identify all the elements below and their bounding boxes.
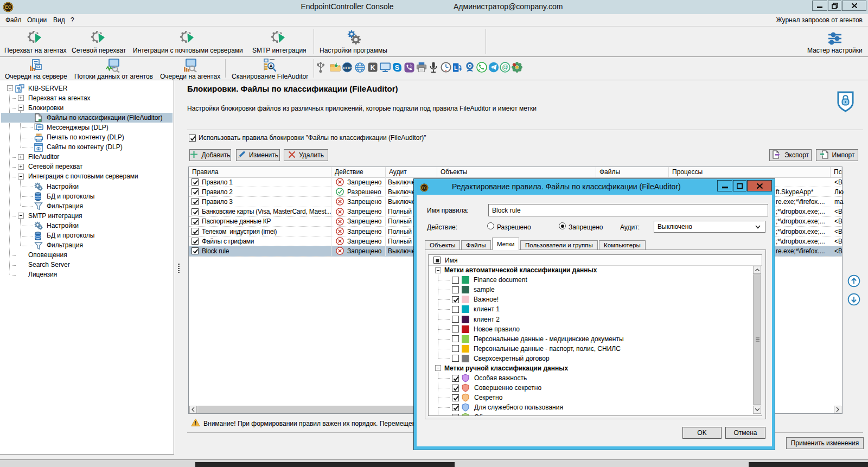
label-checkbox[interactable] [452, 394, 459, 401]
edit-button[interactable]: Изменить [236, 149, 280, 161]
toolbar2-button-1[interactable]: Очереди на сервере [5, 57, 67, 80]
vscroll-up-button[interactable] [753, 266, 761, 274]
label-item[interactable]: Новое правило [429, 324, 754, 334]
use-rules-checkbox[interactable]: Использовать правила блокировки "Файлы п… [189, 134, 426, 142]
label-checkbox[interactable] [452, 335, 459, 342]
collapse-expander[interactable] [435, 267, 441, 273]
rule-name-input[interactable]: Block rule [488, 204, 768, 216]
tree-item-фильтрация[interactable]: Фильтрация [0, 241, 174, 251]
delete-button[interactable]: Удалить [284, 149, 328, 161]
radio-allowed[interactable] [487, 222, 494, 229]
maximize-button[interactable] [828, 1, 841, 11]
tree-item-fileauditor[interactable]: FileAuditor [0, 152, 174, 162]
label-item[interactable]: Finance document [429, 275, 754, 285]
channel-skype-icon[interactable]: S [392, 60, 403, 74]
toolbar2-button-3[interactable]: Очереди на агентах [160, 57, 220, 80]
channel-webcam-icon[interactable] [464, 60, 475, 74]
channel-telegram-icon[interactable] [488, 60, 499, 74]
column-header-7[interactable]: Пользователи [831, 167, 842, 177]
toolbar2-button-2[interactable]: Потоки данных от агентов [74, 57, 153, 80]
label-item[interactable]: Сверхсекретный договор [429, 354, 754, 363]
move-up-button[interactable] [847, 274, 860, 289]
label-checkbox[interactable] [452, 306, 459, 313]
tree-item-оповещения[interactable]: Оповещения [0, 251, 174, 260]
channel-mail-at-icon[interactable]: @ [500, 60, 510, 74]
label-checkbox[interactable] [452, 414, 459, 416]
label-checkbox[interactable] [452, 316, 459, 323]
import-button[interactable]: Импорт [816, 149, 858, 161]
collapse-expander[interactable] [18, 105, 24, 111]
collapse-expander[interactable] [7, 85, 13, 91]
column-header-4[interactable]: Объекты [437, 167, 596, 177]
toolbar-button-wizard[interactable]: Мастер настройки [807, 27, 863, 56]
label-checkbox[interactable] [452, 286, 459, 293]
rule-enabled-checkbox[interactable] [192, 218, 199, 225]
label-checkbox[interactable] [452, 375, 459, 382]
menu-2[interactable]: Опции [27, 16, 47, 24]
label-checkbox[interactable] [452, 385, 459, 392]
column-header-6[interactable]: Процессы [669, 167, 831, 177]
hscroll-left-button[interactable] [189, 406, 197, 413]
toolbar-button-1[interactable]: Перехват на агентах [4, 27, 67, 56]
select-all-checkbox[interactable] [433, 257, 441, 264]
tree-item-мессенджеры-dlp-[interactable]: Мессенджеры (DLP) [0, 123, 174, 132]
column-header-5[interactable]: Файлы [596, 167, 669, 177]
vscroll-down-button[interactable] [753, 406, 761, 414]
labels-scrollbar[interactable] [753, 266, 761, 414]
tree-item-фильтрация[interactable]: Фильтрация [0, 201, 174, 211]
label-item[interactable]: Совершенно секретно [429, 383, 754, 393]
channel-folder-in-icon[interactable] [330, 60, 341, 74]
tree-item-печать-по-контенту-dlp-[interactable]: Печать по контенту (DLP) [0, 133, 174, 143]
channel-flower-icon[interactable] [512, 60, 522, 74]
menu-1[interactable]: Файл [5, 16, 22, 24]
toolbar-button-3[interactable]: Интеграция с почтовыми серверами [133, 27, 243, 56]
label-item[interactable]: Для служебного пользования [429, 402, 754, 412]
channel-mic-icon[interactable] [428, 60, 439, 74]
rule-enabled-checkbox[interactable] [192, 247, 199, 254]
tab-1[interactable]: Объекты [425, 240, 460, 250]
expand-expander[interactable] [18, 154, 24, 160]
tree-item-kib-server[interactable]: KIB-SERVER [0, 84, 174, 93]
toolbar-button-5[interactable]: Настройки программы [320, 27, 387, 56]
splitter-handle[interactable] [178, 264, 180, 273]
tree-item-бд-и-протоколы[interactable]: БД и протоколы [0, 191, 174, 201]
expand-expander[interactable] [18, 164, 24, 170]
label-item[interactable]: Важное! [429, 295, 754, 304]
rule-enabled-checkbox[interactable] [192, 208, 199, 215]
apply-changes-button[interactable]: Применить изменения [786, 437, 864, 449]
tree-item-файлы-по-классификации-fileauditor-[interactable]: Файлы по классификации (FileAuditor) [0, 113, 174, 123]
channel-viber-icon[interactable] [404, 60, 414, 74]
channel-usb-icon[interactable] [315, 60, 326, 74]
label-checkbox[interactable] [452, 277, 459, 284]
toolbar-button-4[interactable]: SMTP интеграция [252, 27, 307, 56]
menu-3[interactable]: Вид [53, 16, 65, 24]
tab-4[interactable]: Пользователи и группы [520, 240, 598, 250]
collapse-expander[interactable] [18, 213, 24, 219]
label-group[interactable]: Метки автоматической классификации данны… [429, 265, 754, 275]
tree-item-search-server[interactable]: Search Server [0, 260, 174, 270]
cancel-button[interactable]: Отмена [725, 427, 765, 439]
ok-button[interactable]: OK [682, 427, 722, 439]
expand-expander[interactable] [18, 95, 24, 101]
dialog-close-button[interactable] [747, 180, 772, 191]
toolbar2-button-4[interactable]: A Сканирование FileAuditor [232, 57, 308, 80]
dialog-minimize-button[interactable] [717, 180, 732, 191]
label-item[interactable]: sample [429, 285, 754, 295]
agents-request-log-link[interactable]: Журнал запросов от агентов [776, 16, 863, 24]
label-checkbox[interactable] [452, 325, 459, 332]
collapse-expander[interactable] [18, 174, 24, 180]
move-down-button[interactable] [847, 293, 860, 308]
close-button[interactable] [842, 1, 866, 11]
vscroll-thumb[interactable] [753, 274, 761, 405]
tree-item-лицензия[interactable]: Лицензия [0, 270, 174, 280]
tree-item-блокировки[interactable]: Блокировки [0, 103, 174, 113]
tab-5[interactable]: Компьютеры [599, 240, 646, 250]
column-header-1[interactable]: Правила [189, 167, 331, 177]
tree-item-настройки[interactable]: Настройки [0, 221, 174, 231]
tree-item-сайты-по-контенту-dlp-[interactable]: Сайты по контенту (DLP) [0, 143, 174, 152]
toolbar-button-2[interactable]: Сетевой перехват [72, 27, 126, 56]
rule-enabled-checkbox[interactable] [192, 198, 199, 205]
dialog-maximize-button[interactable] [733, 180, 746, 191]
column-header-3[interactable]: Аудит [386, 167, 437, 177]
radio-denied[interactable] [559, 222, 566, 229]
